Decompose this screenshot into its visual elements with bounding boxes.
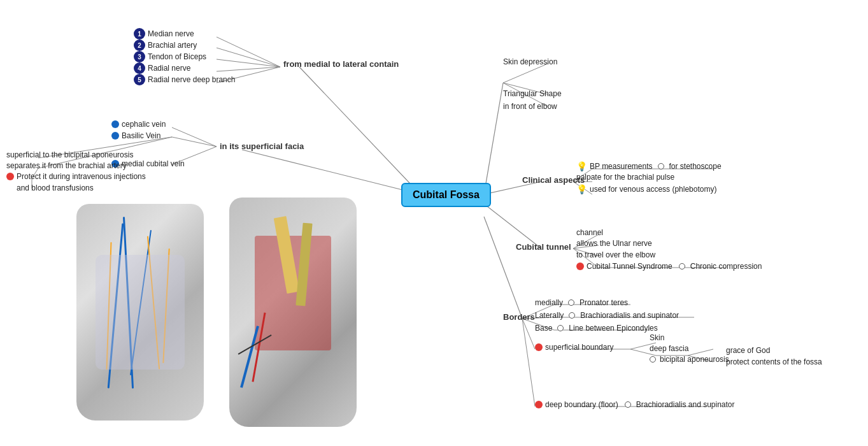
superficial-facia-label: in its superficial facia bbox=[220, 141, 304, 151]
svg-line-3 bbox=[217, 59, 280, 67]
blood-transfusions: and blood transfusions bbox=[6, 183, 94, 192]
svg-line-2 bbox=[217, 48, 280, 67]
protect-iv: Protect it during intravenous injections bbox=[6, 172, 146, 181]
anatomy-image-left bbox=[76, 204, 204, 421]
cubital-tunnel-syndrome: Cubital Tunnel Syndrome Chronic compress… bbox=[576, 262, 762, 271]
svg-line-32 bbox=[484, 217, 522, 319]
from-medial-label: from medial to lateral contain bbox=[283, 59, 399, 69]
skin-depression: Skin depression bbox=[503, 57, 557, 66]
mindmap-container: Cubital Fossa from medial to lateral con… bbox=[0, 0, 868, 446]
travel-over-elbow: to travel over the elbow bbox=[576, 250, 655, 259]
grace-of-god: grace of God bbox=[726, 346, 770, 355]
in-front-elbow: in front of elbow bbox=[503, 102, 557, 111]
borders-label: Borders bbox=[503, 312, 535, 322]
svg-line-7 bbox=[172, 127, 217, 147]
item-tendon-biceps: 3 Tendon of Biceps bbox=[134, 51, 206, 62]
palpate-brachial: palpate for the brachial pulse bbox=[576, 173, 674, 182]
svg-line-6 bbox=[242, 150, 420, 194]
venous-access: 💡 used for venous access (phlebotomy) bbox=[576, 184, 716, 194]
superficial-boundary: superficial boundary bbox=[535, 343, 613, 352]
superficial-bicipital: superficial to the bicipital aponeurosis bbox=[6, 150, 133, 159]
svg-line-15 bbox=[484, 83, 503, 194]
item-radial-nerve-deep: 5 Radial nerve deep branch bbox=[134, 74, 235, 85]
protect-contents: protect contents of the fossa bbox=[726, 357, 822, 366]
deep-fascia: deep fascia bbox=[650, 344, 688, 353]
item-median-nerve: 1 Median nerve bbox=[134, 28, 194, 40]
svg-line-16 bbox=[503, 64, 548, 83]
base: Base Line between Epicondyles bbox=[535, 324, 658, 333]
bicipital-aponeurosis: bicipital aponeurosis bbox=[650, 355, 729, 364]
deep-boundary: deep boundary (floor) Brachioradialis an… bbox=[535, 400, 735, 409]
channel: channel bbox=[576, 228, 603, 237]
svg-line-1 bbox=[217, 37, 280, 67]
svg-line-8 bbox=[172, 137, 217, 147]
item-radial-nerve: 4 Radial nerve bbox=[134, 62, 190, 74]
skin: Skin bbox=[650, 333, 664, 342]
medially: medially Pronator teres bbox=[535, 298, 628, 307]
svg-line-42 bbox=[522, 319, 535, 349]
item-brachial-artery: 2 Brachial artery bbox=[134, 40, 197, 51]
cephalic-vein: cephalic vein bbox=[111, 120, 166, 129]
separates-brachial: separates it from the brachial artery bbox=[6, 161, 127, 170]
svg-line-49 bbox=[522, 319, 535, 406]
laterally: Laterally Brachioradialis and supinator bbox=[535, 311, 679, 320]
basilic-vein: Basilic Vein bbox=[111, 131, 160, 140]
allows-ulnar: allows the Ulnar nerve bbox=[576, 239, 652, 248]
cubital-tunnel-label: Cubital tunnel bbox=[516, 242, 571, 252]
central-node: Cubital Fossa bbox=[401, 183, 491, 207]
svg-line-4 bbox=[217, 67, 280, 71]
triangular-shape: Triangular Shape bbox=[503, 89, 562, 98]
svg-line-0 bbox=[299, 67, 420, 194]
bp-measurements: 💡 BP measurements for stethoscope bbox=[576, 161, 722, 171]
anatomy-image-right bbox=[229, 198, 357, 427]
clinical-aspects-label: Clinical aspects bbox=[522, 175, 585, 185]
